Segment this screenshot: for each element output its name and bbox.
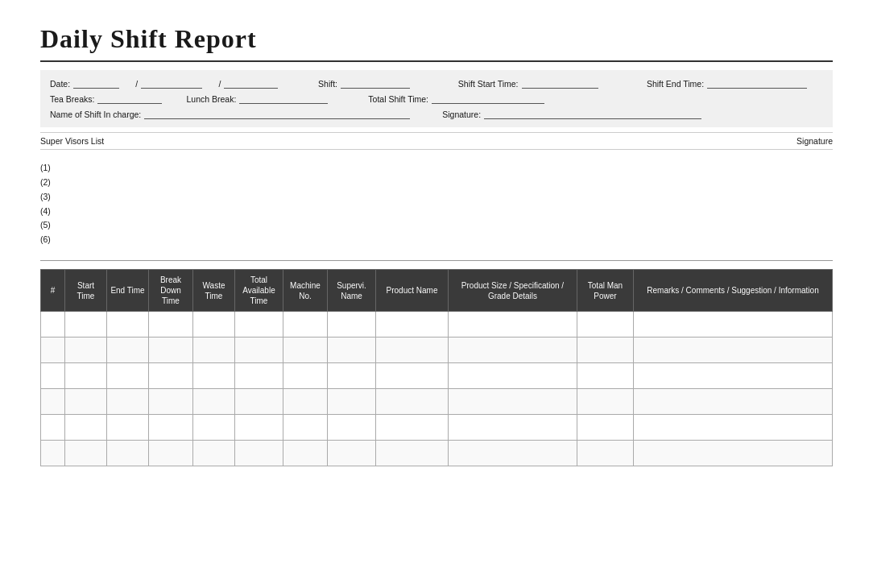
supervisors-list-label: Super Visors List [40,136,104,146]
cell[interactable] [235,363,283,389]
name-field[interactable] [144,109,410,119]
cell[interactable] [376,337,449,363]
cell[interactable] [107,415,149,441]
cell[interactable] [449,312,577,337]
cell[interactable] [376,415,449,441]
table-row [41,415,833,441]
cell[interactable] [634,312,833,337]
cell[interactable] [193,312,235,337]
shift-end-field[interactable] [707,78,807,89]
cell[interactable] [577,389,634,415]
cell[interactable] [577,337,634,363]
cell[interactable] [149,389,193,415]
cell[interactable] [107,363,149,389]
cell[interactable] [193,363,235,389]
cell[interactable] [328,415,376,441]
cell[interactable] [449,337,577,363]
cell[interactable] [577,363,634,389]
cell[interactable] [193,441,235,466]
cell[interactable] [283,363,328,389]
cell[interactable] [65,337,107,363]
tea-breaks-label: Tea Breaks: [50,94,94,104]
cell[interactable] [193,389,235,415]
cell[interactable] [328,337,376,363]
cell[interactable] [65,389,107,415]
cell[interactable] [149,363,193,389]
cell[interactable] [634,389,833,415]
lunch-break-field[interactable] [239,93,328,104]
cell[interactable] [235,415,283,441]
cell[interactable] [283,389,328,415]
cell[interactable] [41,337,65,363]
cell[interactable] [449,415,577,441]
shift-label: Shift: [318,79,337,89]
cell[interactable] [577,312,634,337]
cell[interactable] [283,415,328,441]
cell[interactable] [328,389,376,415]
info-section: Date: / / Shift: Shift Start Time: Shift… [40,70,833,127]
cell[interactable] [107,337,149,363]
table-row [41,312,833,337]
cell[interactable] [376,363,449,389]
supervisors-signature-label: Signature [796,136,833,146]
cell[interactable] [328,312,376,337]
shift-end-label: Shift End Time: [647,79,704,89]
supervisors-section: Super Visors List Signature [40,132,833,150]
total-shift-field[interactable] [432,93,544,104]
cell[interactable] [376,441,449,466]
table-header-row: # Start Time End Time Break Down Time Wa… [41,270,833,312]
cell[interactable] [65,415,107,441]
cell[interactable] [634,415,833,441]
cell[interactable] [283,312,328,337]
signature-field[interactable] [484,109,701,119]
cell[interactable] [577,415,634,441]
cell[interactable] [107,389,149,415]
cell[interactable] [107,441,149,466]
cell[interactable] [149,441,193,466]
cell[interactable] [449,389,577,415]
date-field-3[interactable] [224,78,278,89]
supervisor-item-4: (4) [40,205,833,219]
cell[interactable] [376,389,449,415]
col-start-time: Start Time [65,270,107,312]
cell[interactable] [328,363,376,389]
cell[interactable] [41,363,65,389]
cell[interactable] [283,441,328,466]
date-field-2[interactable] [141,78,202,89]
cell[interactable] [41,312,65,337]
cell[interactable] [449,363,577,389]
cell[interactable] [328,441,376,466]
cell[interactable] [107,312,149,337]
cell[interactable] [235,337,283,363]
cell[interactable] [449,441,577,466]
cell[interactable] [235,389,283,415]
col-product-name: Product Name [376,270,449,312]
shift-field[interactable] [341,78,410,89]
cell[interactable] [235,312,283,337]
cell[interactable] [193,415,235,441]
cell[interactable] [65,441,107,466]
cell[interactable] [41,441,65,466]
cell[interactable] [41,415,65,441]
cell[interactable] [65,363,107,389]
cell[interactable] [65,312,107,337]
shift-table: # Start Time End Time Break Down Time Wa… [40,269,833,466]
cell[interactable] [149,337,193,363]
cell[interactable] [283,337,328,363]
cell[interactable] [634,441,833,466]
shift-start-field[interactable] [522,78,598,89]
cell[interactable] [149,312,193,337]
signature-label: Signature: [442,110,481,119]
cell[interactable] [634,363,833,389]
cell[interactable] [376,312,449,337]
cell[interactable] [577,441,634,466]
tea-breaks-field[interactable] [97,93,162,104]
cell[interactable] [41,389,65,415]
cell[interactable] [634,337,833,363]
cell[interactable] [149,415,193,441]
info-row-2: Tea Breaks: Lunch Break: Total Shift Tim… [50,93,823,104]
cell[interactable] [193,337,235,363]
col-waste-time: Waste Time [193,270,235,312]
date-field-1[interactable] [73,78,119,89]
cell[interactable] [235,441,283,466]
